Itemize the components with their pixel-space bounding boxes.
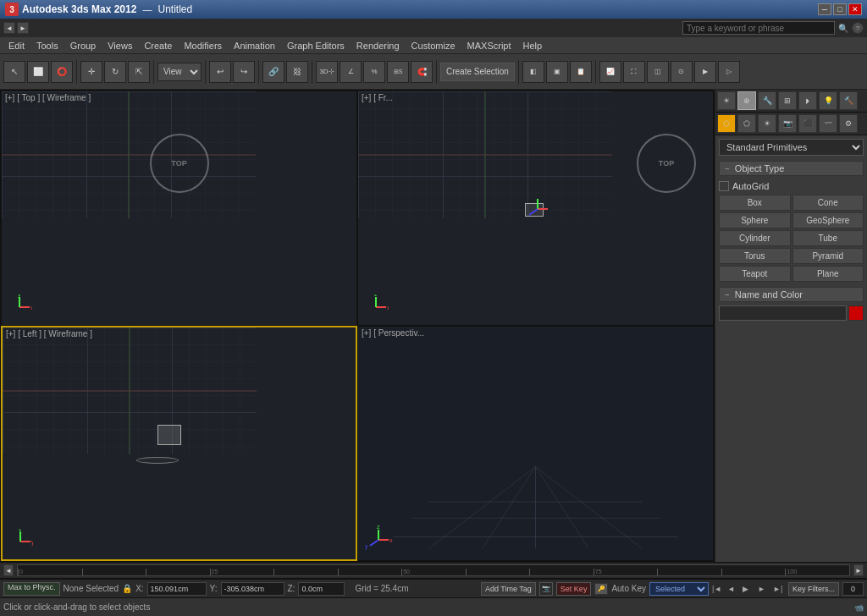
select-tool-btn[interactable]: ↖ [3,61,25,83]
align-btn[interactable]: ▣ [546,61,568,83]
lock-icon[interactable]: 🔒 [122,584,132,593]
menu-create[interactable]: Create [139,40,177,52]
render-setup-btn[interactable]: ⊙ [671,61,693,83]
panel-subtab-spacewarps[interactable]: 〰 [819,114,837,133]
material-btn[interactable]: ◫ [647,61,669,83]
menu-customize[interactable]: Customize [406,40,461,52]
panel-tab-modify[interactable]: 🔧 [758,91,776,110]
help-icon[interactable]: ? [852,22,864,34]
move-btn[interactable]: ✛ [80,61,102,83]
menu-modifiers[interactable]: Modifiers [179,40,227,52]
percent-snap-btn[interactable]: % [363,61,385,83]
x-coord-field[interactable] [147,582,207,596]
color-swatch[interactable] [848,305,864,321]
obj-btn-cylinder[interactable]: Cylinder [719,230,791,246]
search-input[interactable] [682,21,835,35]
panel-type-dropdown[interactable]: Standard Primitives Extended Primitives … [719,139,864,156]
window-controls: ─ □ ✕ [818,3,862,15]
camera-icon[interactable]: 📷 [539,582,553,596]
menu-views[interactable]: Views [102,40,137,52]
name-color-header[interactable]: − Name and Color [719,287,864,302]
menu-graph-editors[interactable]: Graph Editors [282,40,350,52]
scale-btn[interactable]: ⇱ [128,61,150,83]
menu-rendering[interactable]: Rendering [351,40,405,52]
panel-subtab-cameras[interactable]: 📷 [778,114,797,133]
panel-subtab-systems[interactable]: ⚙ [839,114,858,133]
panel-tab-display[interactable]: ☀ [717,91,736,110]
spinner-snap-btn[interactable]: ⊞S [387,61,409,83]
coord-system-select[interactable]: View World Local [157,63,202,81]
graph-editor-btn[interactable]: 📈 [599,61,621,83]
menu-group[interactable]: Group [65,40,102,52]
object-type-header[interactable]: − Object Type [719,161,864,176]
selected-dropdown[interactable]: Selected [649,582,709,596]
viewport-left[interactable]: [+] [ Left ] [ Wireframe ] [1,326,357,561]
next-frame-btn[interactable]: ►| [773,583,785,595]
undo-btn[interactable]: ↩ [209,61,231,83]
layer-btn[interactable]: 📋 [570,61,592,83]
autogrid-checkbox[interactable] [719,181,729,191]
obj-btn-geosphere[interactable]: GeoSphere [792,212,864,228]
angle-snap-btn[interactable]: ∠ [340,61,362,83]
timeline-prev-btn[interactable]: ◄ [3,564,14,576]
panel-subtab-lights2[interactable]: ☀ [758,114,776,133]
next-key-btn[interactable]: ► [758,583,770,595]
back-btn[interactable]: ◄ [3,22,15,34]
menu-help[interactable]: Help [518,40,548,52]
add-time-tag-btn[interactable]: Add Time Tag [481,582,536,596]
menu-maxscript[interactable]: MAXScript [462,40,516,52]
panel-tab-hierarchy[interactable]: ⊞ [778,91,797,110]
timeline-next-btn[interactable]: ► [853,564,864,576]
panel-tab-create[interactable]: ⊕ [737,91,756,110]
magnet-btn[interactable]: 🧲 [411,61,433,83]
panel-subtab-geo[interactable]: ⬡ [717,114,736,133]
menu-edit[interactable]: Edit [3,40,30,52]
key-filters-btn[interactable]: Key Filters... [788,582,839,596]
render-last-btn[interactable]: ▷ [718,61,740,83]
name-input[interactable] [719,305,847,321]
obj-btn-box[interactable]: Box [719,195,791,211]
render-btn[interactable]: ▶ [694,61,716,83]
snap-btn[interactable]: 3D⊹ [316,61,338,83]
timeline-slider[interactable]: 0 25 50 75 100 [17,564,850,576]
rect-select-btn[interactable]: ⬜ [27,61,49,83]
obj-btn-pyramid[interactable]: Pyramid [792,248,864,264]
obj-btn-torus[interactable]: Torus [719,248,791,264]
link-btn[interactable]: 🔗 [262,61,284,83]
viewport-top[interactable]: [+] [ Top ] [ Wireframe ] [1,91,357,326]
menu-animation[interactable]: Animation [229,40,280,52]
frame-counter[interactable] [842,582,864,596]
panel-tab-utilities[interactable]: 🔨 [839,91,858,110]
set-key-btn[interactable]: Set Key [556,582,592,596]
obj-btn-plane[interactable]: Plane [792,266,864,282]
unlink-btn[interactable]: ⛓ [286,61,308,83]
schematic-btn[interactable]: ⛶ [623,61,645,83]
redo-btn[interactable]: ↪ [233,61,255,83]
close-btn[interactable]: ✕ [848,3,862,15]
viewport-perspective[interactable]: [+] [ Perspectiv... [357,326,714,561]
viewport-front[interactable]: [+] [ Fr... [357,91,714,326]
obj-btn-sphere[interactable]: Sphere [719,212,791,228]
obj-btn-tube[interactable]: Tube [792,230,864,246]
create-selection-btn[interactable]: Create Selection [440,63,515,81]
panel-subtab-helpers[interactable]: ⬛ [798,114,817,133]
max-to-physc-btn[interactable]: Max to Physc. [3,582,60,596]
key-icon[interactable]: 🔑 [594,583,608,595]
panel-tab-motion[interactable]: ⏵ [798,91,817,110]
obj-btn-cone[interactable]: Cone [792,195,864,211]
obj-btn-teapot[interactable]: Teapot [719,266,791,282]
prev-key-btn[interactable]: ◄ [727,583,739,595]
minimize-btn[interactable]: ─ [818,3,831,15]
play-btn[interactable]: ▶ [743,583,754,595]
z-coord-field[interactable] [298,582,345,596]
prev-frame-btn[interactable]: |◄ [712,583,724,595]
panel-subtab-shapes[interactable]: ⬠ [737,114,756,133]
maximize-btn[interactable]: □ [833,3,847,15]
menu-tools[interactable]: Tools [31,40,64,52]
circle-select-btn[interactable]: ⭕ [51,61,73,83]
y-coord-field[interactable] [221,582,284,596]
rotate-btn[interactable]: ↻ [104,61,126,83]
panel-tab-lights[interactable]: 💡 [819,91,837,110]
mirror-btn[interactable]: ◧ [522,61,544,83]
forward-btn[interactable]: ► [17,22,29,34]
